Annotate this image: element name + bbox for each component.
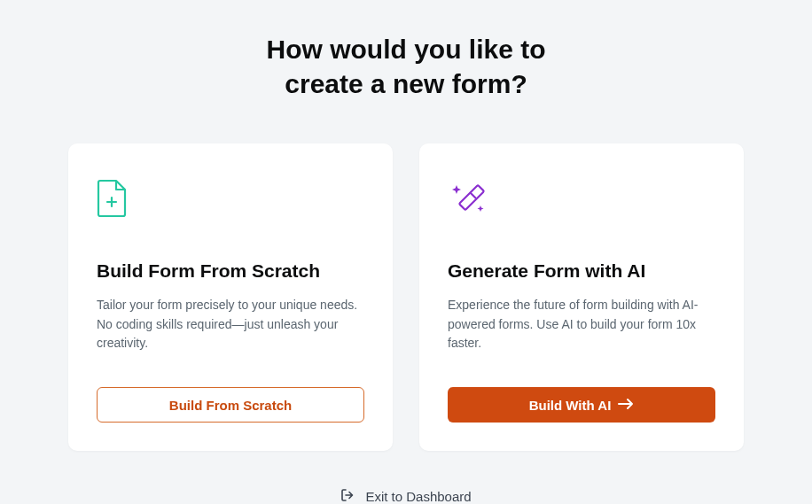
page-title: How would you like to create a new form?	[267, 32, 546, 101]
heading-line-2: create a new form?	[285, 69, 527, 98]
exit-icon	[340, 488, 355, 504]
card-title-scratch: Build Form From Scratch	[97, 260, 364, 282]
card-generate-with-ai: Generate Form with AI Experience the fut…	[419, 143, 744, 451]
build-from-scratch-button[interactable]: Build From Scratch	[97, 387, 364, 423]
arrow-right-icon	[618, 398, 634, 413]
page-container: How would you like to create a new form?	[0, 0, 812, 504]
card-desc-ai: Experience the future of form building w…	[448, 296, 715, 353]
magic-wand-icon	[448, 179, 715, 218]
build-from-scratch-button-label: Build From Scratch	[169, 398, 292, 413]
file-plus-icon	[97, 179, 364, 218]
heading-line-1: How would you like to	[267, 35, 546, 64]
card-title-ai: Generate Form with AI	[448, 260, 715, 282]
exit-link-label: Exit to Dashboard	[365, 489, 471, 504]
card-build-from-scratch: Build Form From Scratch Tailor your form…	[68, 143, 393, 451]
build-with-ai-button-label: Build With AI	[529, 398, 612, 413]
svg-line-1	[470, 192, 476, 198]
option-cards-row: Build Form From Scratch Tailor your form…	[68, 143, 744, 451]
build-with-ai-button[interactable]: Build With AI	[448, 387, 715, 423]
exit-to-dashboard-link[interactable]: Exit to Dashboard	[340, 488, 471, 504]
card-desc-scratch: Tailor your form precisely to your uniqu…	[97, 296, 364, 353]
